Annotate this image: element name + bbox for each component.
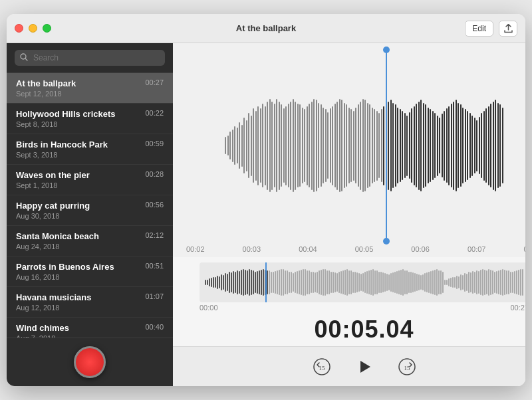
- overview-bar: [340, 271, 342, 294]
- time-label: 00:03: [243, 245, 261, 253]
- overview-bar: [472, 271, 473, 294]
- overview-bar: [338, 272, 340, 292]
- recording-name: Waves on the pier: [16, 170, 140, 180]
- waveform-bar: [462, 108, 464, 184]
- recording-name: Birds in Hancock Park: [16, 140, 140, 150]
- overview-bar: [301, 270, 302, 295]
- waveform-bar: [488, 106, 489, 185]
- search-input[interactable]: [15, 50, 165, 66]
- waveform-bar: [241, 125, 243, 167]
- waveform-bar: [434, 113, 436, 178]
- overview-bar: [329, 270, 330, 294]
- waveform-bar: [332, 106, 333, 185]
- overview-bar: [376, 270, 378, 294]
- svg-marker-4: [360, 361, 370, 373]
- overview-bar: [299, 270, 300, 294]
- waveform-bar: [411, 108, 412, 183]
- recording-item[interactable]: Waves on the pier 00:28 Sept 1, 2018: [7, 165, 173, 195]
- recordings-list: At the ballpark 00:27 Sept 12, 2018 Holl…: [7, 73, 173, 338]
- recording-date: Aug 16, 2018: [16, 273, 164, 281]
- overview-start-time: 00:00: [200, 304, 218, 312]
- overview-bar: [229, 272, 230, 293]
- overview-bar: [368, 270, 370, 294]
- waveform-bar: [446, 108, 448, 183]
- recording-item[interactable]: At the ballpark 00:27 Sept 12, 2018: [7, 73, 173, 104]
- overview-bar: [356, 272, 358, 292]
- overview-bar: [408, 272, 410, 294]
- overview-bar: [396, 271, 398, 294]
- waveform-bar: [390, 100, 392, 191]
- overview-bar: [241, 270, 242, 295]
- recording-item[interactable]: Wind chimes 00:40 Aug 7, 2018: [7, 318, 173, 338]
- overview-bar: [319, 270, 320, 294]
- overview-bar: [484, 270, 485, 295]
- share-icon: [504, 24, 513, 33]
- overview-bar: [221, 274, 222, 290]
- overview-bar: [207, 280, 208, 286]
- waveform-bar: [420, 100, 422, 191]
- overview-bar: [438, 270, 440, 295]
- overview-bar: [428, 272, 430, 293]
- recording-duration: 01:07: [145, 292, 164, 300]
- waveform-overview[interactable]: [200, 262, 525, 302]
- recording-item[interactable]: Havana musicians 01:07 Aug 12, 2018: [7, 287, 173, 318]
- overview-bar: [514, 271, 515, 294]
- overview-bar: [277, 270, 278, 294]
- waveform-bar: [439, 118, 440, 173]
- skip-forward-button[interactable]: 15: [394, 353, 420, 380]
- overview-bar: [454, 277, 456, 287]
- waveform-bar: [283, 108, 285, 183]
- app-window: At the ballpark Edit: [7, 14, 525, 386]
- waveform-bar: [344, 103, 345, 189]
- recording-item[interactable]: Birds in Hancock Park 00:59 Sept 3, 2018: [7, 134, 173, 165]
- main-waveform: [186, 50, 525, 241]
- recording-item[interactable]: Parrots in Buenos Aires 00:51 Aug 16, 20…: [7, 256, 173, 287]
- skip-forward-icon: 15: [398, 357, 416, 376]
- right-panel: 00:0200:0300:0400:0500:0600:0700:08 00:0…: [173, 43, 525, 386]
- recording-item[interactable]: Happy cat purring 00:56 Aug 30, 2018: [7, 195, 173, 226]
- overview-bar: [490, 270, 491, 295]
- waveform-bar: [493, 102, 494, 190]
- recording-item[interactable]: Hollywood Hills crickets 00:22 Sept 8, 2…: [7, 104, 173, 134]
- overview-bar: [474, 272, 475, 293]
- overview-bar: [213, 277, 214, 288]
- overview-bar: [225, 273, 226, 292]
- waveform-bar: [255, 111, 257, 181]
- waveform-bar: [499, 104, 501, 186]
- overview-bar: [364, 272, 366, 293]
- svg-text:15: 15: [404, 364, 410, 371]
- overview-bar: [253, 270, 254, 294]
- play-button[interactable]: [351, 353, 378, 380]
- overview-bar: [404, 270, 406, 295]
- traffic-lights: [15, 24, 51, 33]
- skip-back-button[interactable]: 15: [309, 353, 335, 380]
- minimize-button[interactable]: [29, 24, 37, 33]
- share-button[interactable]: [499, 21, 517, 37]
- maximize-button[interactable]: [43, 24, 51, 33]
- close-button[interactable]: [15, 24, 23, 33]
- waveform-bar: [474, 118, 475, 173]
- overview-bar: [323, 269, 324, 296]
- waveform-bar: [378, 113, 380, 178]
- edit-button[interactable]: Edit: [465, 21, 493, 37]
- waveform-main[interactable]: 00:0200:0300:0400:0500:0600:0700:08: [173, 43, 525, 257]
- record-button[interactable]: [74, 346, 106, 378]
- overview-bar: [235, 272, 236, 293]
- overview-bar: [267, 270, 268, 294]
- overview-bar: [386, 274, 388, 291]
- waveform-bar: [437, 116, 438, 176]
- overview-bar: [506, 270, 507, 294]
- overview-bar: [233, 271, 234, 294]
- overview-bar: [334, 272, 336, 292]
- overview-bar: [249, 269, 250, 296]
- waveform-bar: [409, 112, 410, 179]
- overview-bar: [452, 277, 454, 288]
- recording-item[interactable]: Santa Monica beach 02:12 Aug 24, 2018: [7, 226, 173, 256]
- waveform-bar: [237, 128, 238, 163]
- overview-bar: [237, 270, 238, 294]
- recording-duration: 00:27: [145, 78, 164, 86]
- overview-bar: [406, 270, 408, 294]
- waveform-bar: [316, 100, 317, 191]
- overview-bar: [466, 274, 467, 291]
- overview-bar: [245, 270, 246, 295]
